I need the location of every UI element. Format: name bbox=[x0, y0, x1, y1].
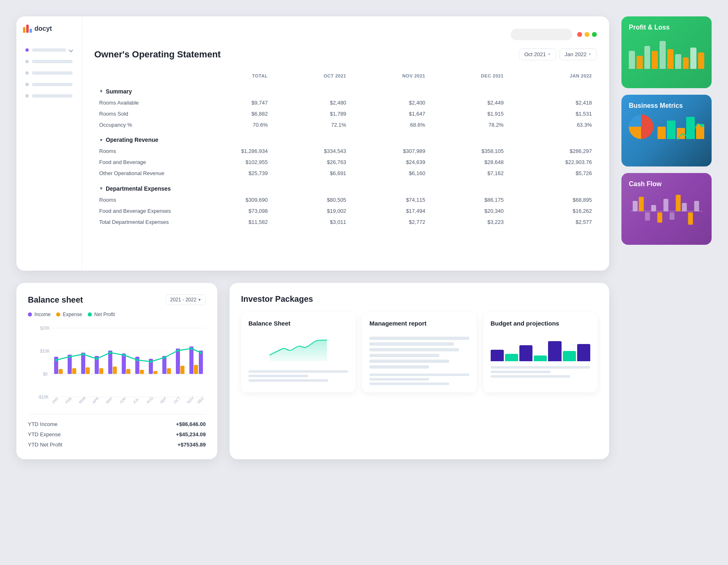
budget-bar bbox=[505, 354, 518, 361]
balance-sheet-chart: $20K $10K $0 -$10K bbox=[28, 324, 206, 406]
package-title-management: Management report bbox=[369, 319, 469, 328]
col-header-oct: OCT 2021 bbox=[273, 70, 351, 82]
profit-loss-title: Profit & Loss bbox=[629, 24, 704, 31]
svg-rect-67 bbox=[694, 201, 699, 211]
balance-sheet-date-button[interactable]: 2021 - 2022 bbox=[166, 294, 206, 305]
row-label: Rooms Available bbox=[94, 97, 184, 108]
date-end-button[interactable]: Jan 2022 bbox=[560, 48, 597, 60]
legend-dot-income bbox=[28, 312, 32, 317]
cell-nov: 68.6% bbox=[351, 119, 430, 130]
legend-label-expense: Expense bbox=[63, 312, 82, 317]
statement-header: Owner's Operating Statement Oct 2021 Jan… bbox=[94, 48, 597, 60]
svg-text:-$10K: -$10K bbox=[38, 395, 49, 399]
svg-text:$10K: $10K bbox=[40, 349, 50, 353]
mgmt-line bbox=[369, 354, 439, 357]
management-chart bbox=[369, 333, 469, 369]
budget-bar bbox=[491, 350, 504, 361]
cell-jan: $5,726 bbox=[509, 168, 597, 179]
cell-dec: $28,648 bbox=[430, 157, 508, 168]
sidebar-item-label bbox=[32, 60, 73, 63]
package-line bbox=[369, 374, 469, 376]
sidebar-item-transactions[interactable] bbox=[23, 68, 75, 78]
stat-row-expense: YTD Expense +$45,234.09 bbox=[28, 431, 206, 437]
svg-point-31 bbox=[55, 359, 57, 361]
package-line bbox=[491, 375, 571, 378]
svg-text:MAY: MAY bbox=[105, 396, 113, 404]
svg-rect-15 bbox=[99, 368, 103, 374]
cell-jan: $2,418 bbox=[509, 97, 597, 108]
cell-dec: $7,162 bbox=[430, 168, 508, 179]
package-line bbox=[369, 378, 429, 380]
col-header-dec: DEC 2021 bbox=[430, 70, 508, 82]
cell-total: $6,882 bbox=[184, 108, 273, 119]
svg-text:$0: $0 bbox=[43, 372, 48, 376]
svg-text:AUG: AUG bbox=[146, 396, 154, 405]
business-metrics-card[interactable]: Business Metrics bbox=[621, 95, 712, 166]
table-row: Other Operational Revenue $25,739 $6,691… bbox=[94, 168, 597, 179]
row-label: Food and Beverage bbox=[94, 157, 184, 168]
svg-text:$20K: $20K bbox=[40, 326, 50, 330]
mgmt-line bbox=[369, 360, 449, 363]
svg-rect-11 bbox=[72, 368, 76, 374]
cell-dec: $3,223 bbox=[430, 216, 508, 228]
business-metrics-chart bbox=[629, 114, 704, 139]
stat-label-net-profit: YTD Net Profit bbox=[28, 442, 62, 448]
svg-rect-13 bbox=[86, 367, 90, 374]
area-chart-svg bbox=[248, 333, 348, 361]
balance-sheet-card: Balance sheet 2021 - 2022 Income Expense bbox=[16, 283, 217, 459]
cell-nov: $6,160 bbox=[351, 168, 430, 179]
sidebar-item-reports[interactable] bbox=[23, 57, 75, 66]
search-bar[interactable] bbox=[511, 29, 572, 40]
svg-rect-61 bbox=[657, 212, 662, 223]
svg-text:SEP: SEP bbox=[159, 396, 167, 405]
package-budget-projections[interactable]: Budget and projections bbox=[483, 312, 598, 392]
package-line bbox=[248, 375, 308, 377]
table-row: Food and Beverage $102,955 $26,763 $24,6… bbox=[94, 157, 597, 168]
package-balance-sheet[interactable]: Balance Sheet bbox=[241, 312, 355, 392]
section-header-expenses: ▼ Departmental Expenses bbox=[94, 179, 597, 194]
svg-rect-63 bbox=[670, 212, 675, 220]
svg-point-40 bbox=[177, 349, 179, 352]
profit-loss-card[interactable]: Profit & Loss bbox=[621, 16, 712, 88]
sidebar-item-label bbox=[32, 71, 73, 75]
cell-jan: $68,895 bbox=[509, 194, 597, 205]
minimize-dot bbox=[585, 32, 589, 37]
budget-bar bbox=[563, 351, 576, 361]
sidebar-item-dashboard[interactable] bbox=[23, 45, 75, 55]
col-header-nov: NOV 2021 bbox=[351, 70, 430, 82]
cash-flow-card[interactable]: Cash Flow bbox=[621, 173, 712, 245]
svg-text:JUL: JUL bbox=[132, 397, 139, 404]
cell-oct: 72.1% bbox=[273, 119, 351, 130]
package-management-report[interactable]: Management report bbox=[362, 312, 476, 392]
cash-flow-chart bbox=[629, 193, 704, 230]
cell-dec: $358,105 bbox=[430, 146, 508, 157]
row-label: Occupancy % bbox=[94, 119, 184, 130]
svg-point-33 bbox=[82, 353, 84, 355]
date-start-button[interactable]: Oct 2021 bbox=[519, 48, 556, 60]
statement-table: TOTAL OCT 2021 NOV 2021 DEC 2021 JAN 202… bbox=[94, 70, 597, 228]
pl-bar bbox=[675, 54, 681, 69]
cell-total: $309,690 bbox=[184, 194, 273, 205]
cell-jan: $16,262 bbox=[509, 205, 597, 216]
svg-rect-62 bbox=[664, 199, 669, 211]
svg-text:JUN: JUN bbox=[118, 396, 126, 404]
svg-text:DEC: DEC bbox=[196, 396, 205, 405]
budget-chart bbox=[491, 333, 590, 361]
table-row: Total Departmental Expenses $11,582 $3,0… bbox=[94, 216, 597, 228]
maximize-dot bbox=[592, 32, 597, 37]
investor-packages-card: Investor Packages Balance Sheet bbox=[230, 283, 609, 459]
sidebar-item-vendors[interactable] bbox=[23, 80, 75, 89]
top-section: docyt bbox=[16, 16, 609, 271]
svg-rect-66 bbox=[688, 212, 693, 225]
chevron-icon bbox=[68, 48, 73, 52]
packages-row: Balance Sheet bbox=[241, 312, 598, 392]
sidebar-item-settings[interactable] bbox=[23, 91, 75, 101]
cell-oct: $6,691 bbox=[273, 168, 351, 179]
cell-jan: 63.3% bbox=[509, 119, 597, 130]
pl-bar bbox=[690, 48, 696, 69]
cell-jan: $1,531 bbox=[509, 108, 597, 119]
col-header-jan: JAN 2022 bbox=[509, 70, 597, 82]
budget-bar bbox=[534, 355, 547, 361]
profit-loss-chart bbox=[629, 36, 704, 69]
pl-bar bbox=[629, 51, 635, 69]
